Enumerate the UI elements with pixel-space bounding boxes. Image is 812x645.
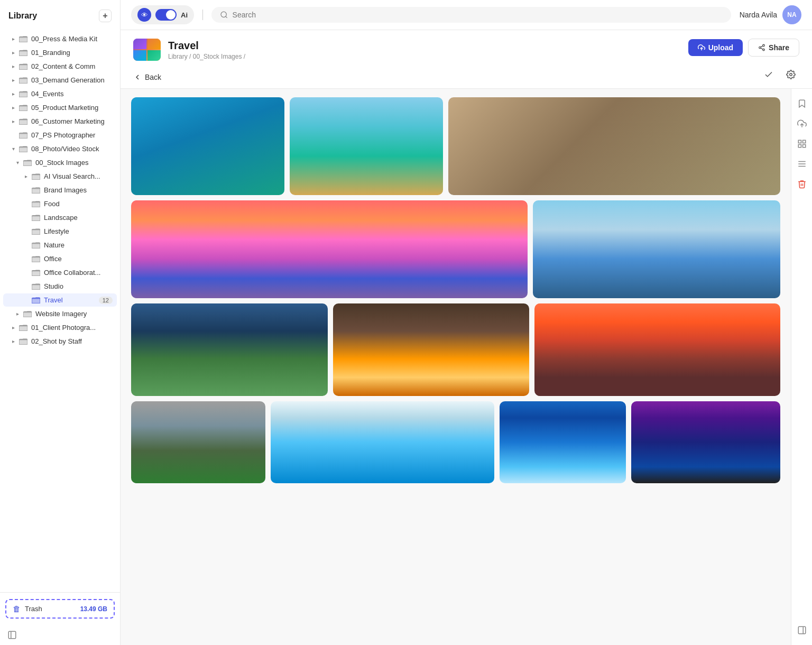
arrow-icon: ▸: [10, 338, 17, 345]
image-card[interactable]: [131, 200, 528, 298]
arrow-placeholder: [22, 214, 30, 222]
delete-icon-button[interactable]: [793, 176, 810, 192]
sidebar-item-nature[interactable]: Nature: [3, 238, 117, 252]
sidebar-item-label: 03_Demand Generation: [31, 76, 113, 84]
image-card[interactable]: [534, 303, 780, 396]
add-library-button[interactable]: +: [99, 10, 112, 22]
check-all-button[interactable]: [760, 66, 777, 83]
folder-icon: [31, 242, 41, 249]
image-card[interactable]: [131, 97, 284, 195]
svg-rect-58: [798, 140, 801, 143]
share-icon: [758, 44, 765, 51]
trash-button[interactable]: 🗑 Trash 13.49 GB: [5, 599, 115, 619]
image-card[interactable]: [333, 303, 530, 396]
sidebar-item-ai-visual[interactable]: ▸ AI Visual Search...: [3, 170, 117, 183]
page-nav: Back: [133, 61, 799, 88]
image-card[interactable]: [631, 401, 780, 483]
sidebar-item-stock-images[interactable]: ▾ 00_Stock Images: [3, 156, 117, 169]
image-card[interactable]: [131, 401, 265, 483]
folder-icon: [19, 338, 28, 345]
svg-rect-60: [798, 145, 801, 148]
folder-icon: [23, 310, 32, 318]
avatar[interactable]: NA: [782, 5, 801, 24]
sidebar-item-label: Office Collaborat...: [44, 269, 113, 277]
folder-icon: [19, 63, 28, 70]
sidebar-item-demand[interactable]: ▸ 03_Demand Generation: [3, 73, 117, 87]
sidebar-item-branding[interactable]: ▸ 01_Branding: [3, 46, 117, 59]
sidebar-item-label: 00_Stock Images: [35, 159, 113, 167]
breadcrumb-sep1: /: [189, 53, 193, 60]
arrow-placeholder: [22, 228, 30, 235]
page-title: Travel: [168, 40, 245, 52]
sidebar-item-travel[interactable]: Travel12: [3, 293, 117, 307]
sidebar-item-office-collab[interactable]: Office Collaborat...: [3, 266, 117, 279]
folder-icon: [19, 90, 28, 98]
sidebar-item-food[interactable]: Food: [3, 197, 117, 210]
svg-point-51: [763, 44, 765, 47]
gallery-row-2: [131, 200, 780, 298]
arrow-placeholder: [22, 187, 30, 194]
settings-button[interactable]: [782, 66, 799, 83]
breadcrumb-library[interactable]: Library: [168, 53, 188, 60]
svg-rect-46: [8, 631, 16, 639]
sidebar-item-label: 05_Product Marketing: [31, 104, 113, 112]
sidebar-item-client-photo[interactable]: ▸ 01_Client Photogra...: [3, 321, 117, 334]
search-input[interactable]: [233, 11, 723, 19]
breadcrumb-stock[interactable]: 00_Stock Images: [193, 53, 242, 60]
image-card[interactable]: [500, 401, 626, 483]
upload-button[interactable]: Upload: [688, 39, 743, 56]
folder-icon: [19, 132, 28, 139]
sidebar-item-events[interactable]: ▸ 04_Events: [3, 87, 117, 100]
image-card[interactable]: [448, 97, 780, 195]
settings-icon: [786, 70, 796, 79]
collapse-sidebar-button[interactable]: [0, 625, 120, 645]
pattern-icon-button[interactable]: [793, 155, 810, 172]
sidebar-item-label: 08_Photo/Video Stock: [31, 145, 113, 153]
image-card[interactable]: [271, 401, 494, 483]
folder-icon: [19, 35, 28, 43]
back-button[interactable]: Back: [133, 73, 161, 81]
sidebar-item-photo-video[interactable]: ▾ 08_Photo/Video Stock: [3, 142, 117, 155]
grid-icon-button[interactable]: [793, 135, 810, 152]
sidebar-item-customer[interactable]: ▸ 06_Customer Marketing: [3, 115, 117, 128]
sidebar-item-label: 07_PS Photographer: [31, 131, 113, 139]
breadcrumb-sep2: /: [244, 53, 245, 60]
folder-icon: [19, 104, 28, 112]
sidebar-item-landscape[interactable]: Landscape: [3, 211, 117, 224]
sidebar-item-lifestyle[interactable]: Lifestyle: [3, 225, 117, 238]
sidebar-item-studio[interactable]: Studio: [3, 280, 117, 293]
ai-toggle-area: 👁 Ai: [131, 5, 194, 24]
sidebar-item-photographer[interactable]: 07_PS Photographer: [3, 128, 117, 142]
sidebar-item-office[interactable]: Office: [3, 252, 117, 265]
gallery-area: [121, 89, 791, 645]
image-card[interactable]: [131, 303, 328, 396]
upload-right-icon-button[interactable]: [793, 115, 810, 132]
sidebar-item-label: AI Visual Search...: [44, 172, 113, 180]
ai-toggle-switch[interactable]: [155, 9, 177, 21]
folder-icon: [19, 118, 28, 125]
svg-point-52: [759, 47, 761, 49]
bookmark-icon-button[interactable]: [793, 95, 810, 112]
image-card[interactable]: [533, 200, 780, 298]
sidebar-item-product[interactable]: ▸ 05_Product Marketing: [3, 101, 117, 114]
search-icon: [220, 11, 228, 19]
sidebar-item-label: Website Imagery: [35, 310, 113, 318]
svg-rect-59: [802, 140, 805, 143]
image-card[interactable]: [290, 97, 443, 195]
collapse-right-icon-button[interactable]: [793, 622, 810, 639]
arrow-icon: ▸: [10, 118, 17, 125]
arrow-icon: ▸: [10, 63, 17, 70]
svg-line-49: [226, 16, 227, 18]
sidebar-item-label: Landscape: [44, 214, 113, 222]
sidebar-item-brand-images[interactable]: Brand Images: [3, 183, 117, 197]
sidebar-item-website-imagery[interactable]: ▸ Website Imagery: [3, 307, 117, 320]
toggle-thumb: [166, 10, 176, 20]
sidebar-item-content[interactable]: ▸ 02_Content & Comm: [3, 60, 117, 73]
share-button[interactable]: Share: [748, 39, 799, 57]
folder-icon: [19, 324, 28, 331]
trash-icon: 🗑: [13, 604, 21, 613]
sidebar-item-shot-by-staff[interactable]: ▸ 02_Shot by Staff: [3, 335, 117, 348]
arrow-placeholder: [22, 269, 30, 277]
sidebar-item-press[interactable]: ▸ 00_Press & Media Kit: [3, 32, 117, 45]
folder-icon: [31, 255, 41, 263]
